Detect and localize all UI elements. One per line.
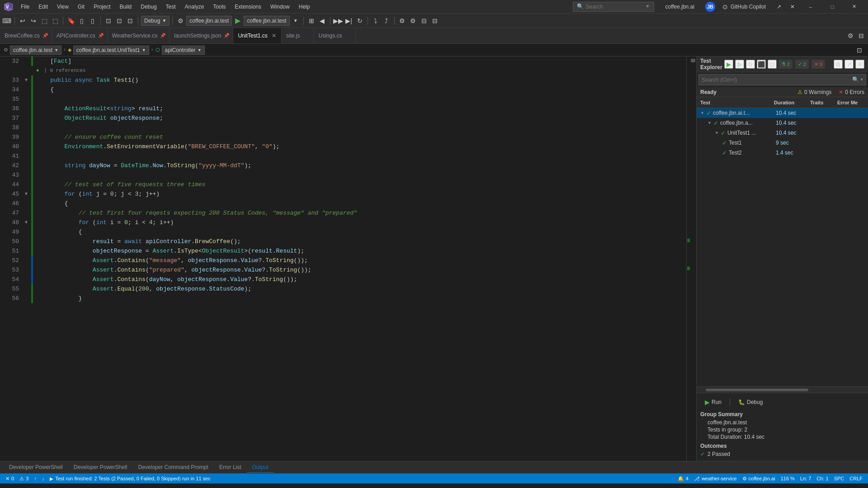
status-zoom[interactable]: 116 %	[779, 476, 797, 481]
toolbar-btn-9[interactable]: ⊡	[125, 16, 135, 26]
toolbar-btn-undo[interactable]: ↩	[18, 16, 28, 26]
debug-tests-btn[interactable]: 🐛 Debug	[734, 397, 767, 407]
status-col[interactable]: Ch: 1	[815, 476, 830, 481]
test-row-test1[interactable]: ✓ Test1 9 sec	[697, 138, 868, 148]
menu-view[interactable]: View	[53, 2, 72, 12]
panel-settings-btn[interactable]: ⚙	[834, 60, 843, 69]
toolbar-btn-3[interactable]: ⬚	[39, 16, 49, 26]
tab-settings-btn[interactable]: ⚙	[845, 31, 855, 41]
tab-sitejs[interactable]: site.js ✕	[282, 28, 314, 43]
menu-file[interactable]: File	[17, 2, 33, 12]
bottom-tab-output[interactable]: Output	[247, 462, 274, 473]
toolbar-nav-2[interactable]: ◀	[317, 16, 327, 26]
test-row-root[interactable]: ▼ ✓ coffee.jbn.ai.t... 10.4 sec	[697, 108, 868, 118]
status-warning-count[interactable]: ⚠ 3	[18, 476, 30, 482]
breadcrumb-class-dropdown[interactable]: coffee.jbn.ai.test.UnitTest1 ▼	[73, 46, 149, 55]
panel-refresh-btn[interactable]: ↻	[746, 60, 755, 69]
toolbar-nav-3[interactable]: ▶▶	[333, 16, 343, 26]
toolbar-btn-4[interactable]: ⬚	[50, 16, 60, 26]
fold-btn-45[interactable]: ▼	[23, 189, 30, 199]
status-notifications[interactable]: 🔔 4	[676, 476, 690, 482]
status-position[interactable]: Ln: 7	[798, 476, 813, 481]
run-dropdown-btn[interactable]: ▼	[291, 16, 301, 26]
toolbar-btn-6[interactable]: ▯	[88, 16, 98, 26]
test-search-dropdown[interactable]: ▼	[861, 78, 863, 82]
menu-edit[interactable]: Edit	[35, 2, 52, 12]
menu-extensions[interactable]: Extensions	[231, 2, 265, 12]
close-button[interactable]: ✕	[844, 0, 864, 14]
status-nav-up[interactable]: ↑	[32, 476, 38, 481]
bottom-tab-devpowershell2[interactable]: Developer PowerShell	[68, 462, 133, 472]
status-encoding[interactable]: SPC	[832, 476, 846, 481]
toolbar-nav-4[interactable]: ▶|	[344, 16, 354, 26]
unpin-icon[interactable]: ✕	[787, 2, 798, 12]
search-bar[interactable]: 🔍 ▼	[573, 2, 654, 12]
tab-brewcoffee-pin[interactable]: 📌	[42, 33, 48, 38]
test-row-2[interactable]: ▼ ✓ coffee.jbn.a... 10.4 sec	[697, 118, 868, 128]
toolbar-btn-bookmark[interactable]: 🔖	[66, 16, 76, 26]
tab-usings[interactable]: Usings.cs ✕	[314, 28, 356, 43]
col-test[interactable]: Test	[700, 100, 774, 105]
status-git[interactable]: ⎇ weather-service	[692, 476, 739, 482]
minimize-button[interactable]: –	[800, 0, 821, 14]
tab-unittest1[interactable]: UnitTest1.cs ✕	[233, 28, 281, 43]
fold-btn-33[interactable]: ▼	[23, 75, 30, 85]
tab-unittest1-close[interactable]: ✕	[270, 32, 278, 39]
tab-weatherservice-pin[interactable]: 📌	[160, 33, 165, 38]
test-count-run[interactable]: ⚗ 2	[778, 60, 793, 69]
search-input[interactable]	[585, 4, 644, 10]
toolbar-btn-8[interactable]: ⊡	[114, 16, 124, 26]
maximize-button[interactable]: □	[822, 0, 843, 14]
status-nav-down[interactable]: ↓	[40, 476, 47, 481]
pin-icon[interactable]: ↗	[773, 2, 785, 12]
tab-brewcoffee[interactable]: BrewCoffee.cs 📌	[0, 28, 52, 43]
menu-test[interactable]: Test	[162, 2, 179, 12]
menu-help[interactable]: Help	[295, 2, 314, 12]
menu-window[interactable]: Window	[267, 2, 293, 12]
tab-overflow-btn[interactable]: ⊟	[856, 31, 866, 41]
status-project[interactable]: ⚙ coffee.jbn.ai	[741, 476, 777, 482]
code-vscroll[interactable]	[690, 56, 696, 461]
bottom-tab-devpowershell1[interactable]: Developer PowerShell	[4, 462, 68, 472]
toolbar-btn-7[interactable]: ⊡	[104, 16, 113, 26]
col-traits[interactable]: Traits	[810, 100, 837, 105]
editor-split-btn[interactable]: ⊡	[854, 45, 864, 55]
tab-launchsettings-pin[interactable]: 📌	[224, 33, 229, 38]
menu-debug[interactable]: Debug	[137, 2, 160, 12]
test-search-input[interactable]	[702, 77, 850, 83]
status-line-ending[interactable]: CRLF	[848, 476, 864, 481]
test-row-3[interactable]: ▼ ✓ UnitTest1 ... 10.4 sec	[697, 128, 868, 138]
tab-launchsettings[interactable]: launchSettings.json 📌	[170, 28, 233, 43]
toolbar-btn-1[interactable]: ⌨	[2, 16, 12, 26]
toolbar-extra-4[interactable]: ⊟	[430, 16, 440, 26]
debug-config-dropdown[interactable]: Debug ▼	[141, 16, 170, 26]
toolbar-nav-5[interactable]: ↻	[355, 16, 365, 26]
test-scrollbar-h[interactable]	[697, 386, 868, 393]
menu-tools[interactable]: Tools	[209, 2, 229, 12]
toolbar-extra-1[interactable]: ⚙	[397, 16, 407, 26]
test-search-bar[interactable]: 🔍 ▼	[698, 74, 866, 85]
panel-cancel-btn[interactable]: ⬛	[757, 60, 766, 69]
copilot-button[interactable]: ⊙ GitHub Copilot	[717, 3, 771, 10]
col-error[interactable]: Error Me	[837, 100, 864, 105]
run-tests-btn[interactable]: ▶ Run	[700, 397, 726, 408]
run-config-label[interactable]: coffee.jbn.ai.test	[186, 16, 232, 26]
menu-project[interactable]: Project	[90, 2, 114, 12]
toolbar-nav-6[interactable]: ⤵	[371, 16, 381, 26]
code-content[interactable]: [Fact] ● | 0 references public async Tas…	[33, 56, 686, 461]
menu-build[interactable]: Build	[116, 2, 136, 12]
test-count-passed[interactable]: ✓ 2	[795, 60, 809, 69]
tab-weatherservice[interactable]: WeatherService.cs 📌	[108, 28, 170, 43]
bottom-tab-devcommandprompt[interactable]: Developer Command Prompt	[132, 462, 213, 472]
toolbar-btn-5[interactable]: ▯	[77, 16, 87, 26]
toolbar-btn-redo[interactable]: ↪	[28, 16, 38, 26]
toolbar-extra-3[interactable]: ⊟	[419, 16, 429, 26]
debug-settings-btn[interactable]: ⚙	[175, 16, 185, 26]
col-duration[interactable]: Duration	[774, 100, 810, 105]
status-error-count[interactable]: ✕ 0	[4, 476, 16, 482]
tab-apicontroller-pin[interactable]: 📌	[98, 33, 104, 38]
toolbar-extra-2[interactable]: ⚙	[408, 16, 418, 26]
bottom-tab-errorlist[interactable]: Error List	[214, 462, 247, 472]
panel-run-btn[interactable]: ▷	[735, 60, 744, 69]
panel-run-all-btn[interactable]: ▶	[724, 60, 733, 69]
